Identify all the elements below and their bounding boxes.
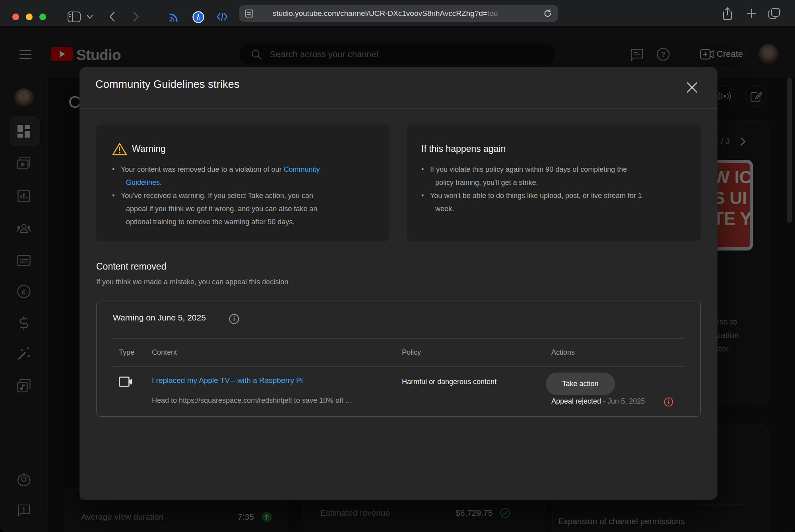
warning-bullet-1: • Your content was removed due to a viol…: [112, 163, 378, 189]
col-policy: Policy: [402, 348, 421, 357]
col-actions: Actions: [551, 348, 575, 357]
appeal-status: Appeal rejected - Jun 5, 2025: [551, 397, 645, 406]
tab-overview-icon[interactable]: [768, 8, 780, 19]
take-action-button[interactable]: Take action: [546, 373, 615, 395]
col-content: Content: [152, 348, 177, 357]
safari-window: studio.youtube.com/channel/UCR-DXc1voovS…: [0, 0, 795, 532]
rss-extension-icon[interactable]: [169, 12, 180, 23]
community-guidelines-link[interactable]: Community: [284, 165, 320, 173]
strike-table-card: Warning on June 5, 2025 Type Content Pol…: [96, 301, 701, 417]
video-type-icon: [119, 377, 132, 387]
video-subtitle: Head to https://squarespace.com/redshirt…: [152, 396, 353, 405]
reload-icon[interactable]: [543, 9, 553, 18]
content-removed-heading: Content removed: [96, 261, 166, 272]
happens-again-card: If this happens again • If you violate t…: [407, 124, 701, 241]
again-bullet-2: • You won't be able to do things like up…: [421, 189, 690, 216]
forward-button[interactable]: [133, 11, 140, 22]
zoom-window-button[interactable]: [39, 14, 46, 20]
warning-card-title: Warning: [132, 144, 166, 154]
page-format-icon[interactable]: [245, 9, 254, 18]
chevron-down-icon[interactable]: [87, 15, 93, 19]
dialog-header: Community Guidelines strikes: [80, 67, 717, 109]
url-text: studio.youtube.com/channel/UCR-DXc1voovS…: [273, 5, 498, 22]
dialog-title: Community Guidelines strikes: [95, 78, 240, 91]
warning-summary-card: Warning • Your content was removed due t…: [96, 124, 390, 241]
info-icon[interactable]: [229, 314, 239, 324]
close-dialog-button[interactable]: [681, 76, 703, 99]
content-removed-subtext: If you think we made a mistake, you can …: [96, 278, 288, 286]
strike-card-title: Warning on June 5, 2025: [113, 313, 206, 322]
close-icon: [686, 82, 698, 93]
happens-again-title: If this happens again: [421, 144, 506, 154]
policy-cell: Harmful or dangerous content: [402, 378, 496, 386]
share-icon[interactable]: [722, 7, 733, 20]
sidebar-toggle-icon[interactable]: [68, 12, 81, 22]
again-bullet-1: • If you violate this policy again withi…: [421, 163, 690, 189]
close-window-button[interactable]: [12, 14, 19, 20]
community-guidelines-link-2[interactable]: Guidelines: [126, 179, 160, 186]
warning-bullet-2: • You've received a warning. If you sele…: [112, 189, 378, 229]
appeal-rejected-info-icon[interactable]: [664, 397, 673, 407]
browser-toolbar: studio.youtube.com/channel/UCR-DXc1voovS…: [0, 0, 795, 27]
video-title-link[interactable]: I replaced my Apple TV—with a Raspberry …: [152, 376, 303, 385]
code-extension-icon[interactable]: [217, 12, 228, 21]
community-guidelines-dialog: Community Guidelines strikes Warning • Y…: [80, 67, 717, 500]
col-type: Type: [119, 348, 134, 357]
onepassword-extension-icon[interactable]: [192, 11, 204, 23]
minimize-window-button[interactable]: [26, 14, 33, 20]
back-button[interactable]: [109, 11, 115, 22]
address-bar[interactable]: studio.youtube.com/channel/UCR-DXc1voovS…: [239, 5, 558, 22]
warning-icon: [112, 142, 127, 156]
new-tab-icon[interactable]: [746, 8, 757, 19]
